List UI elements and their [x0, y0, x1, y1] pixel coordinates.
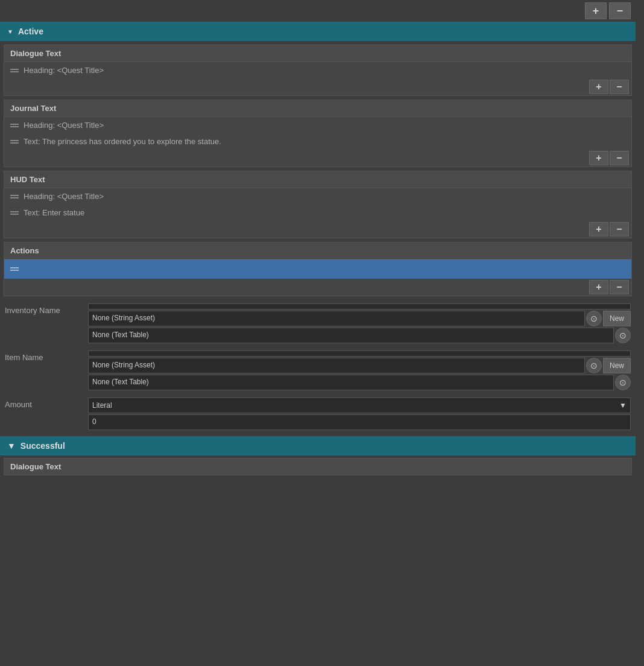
journal-remove-button[interactable]: − [610, 151, 629, 165]
drag-handle-icon [10, 267, 19, 271]
inventory-name-circle-btn[interactable]: ⊙ [586, 311, 602, 326]
inventory-name-text-table-row: None (Text Table) ⊙ [88, 328, 631, 343]
item-name-top-input [88, 350, 631, 357]
inventory-name-new-btn[interactable]: New [603, 311, 631, 326]
hud-text-header: HUD Text [4, 171, 631, 188]
inventory-name-label: Inventory Name [5, 303, 83, 315]
inventory-name-text-table-input[interactable]: None (Text Table) [88, 328, 614, 343]
item-name-label: Item Name [5, 350, 83, 362]
item-name-new-btn[interactable]: New [603, 358, 631, 373]
drag-handle-icon [10, 195, 19, 198]
actions-add-button[interactable]: + [589, 280, 608, 294]
item-name-text-table-input[interactable]: None (Text Table) [88, 375, 614, 390]
dialogue-text-item-1[interactable]: Heading: <Quest Title> [4, 62, 631, 78]
inventory-name-top-input [88, 303, 631, 309]
active-section-header[interactable]: ▼ Active [0, 22, 636, 41]
item-name-inputs: None (String Asset) ⊙ New None (Text Tab… [88, 350, 631, 390]
top-controls-bar: + − [0, 0, 636, 22]
item-name-circle-btn[interactable]: ⊙ [586, 358, 602, 373]
amount-inputs: Literal ▼ 0 [88, 398, 631, 430]
hud-text-item-1[interactable]: Heading: <Quest Title> [4, 188, 631, 205]
action-selected-row[interactable] [4, 259, 631, 279]
amount-dropdown-row: Literal ▼ [88, 398, 631, 413]
inventory-name-field-group: Inventory Name None (String Asset) ⊙ New… [0, 300, 636, 347]
dialogue-text-item-1-label: Heading: <Quest Title> [24, 66, 104, 75]
inventory-name-string-row: None (String Asset) ⊙ New [88, 311, 631, 326]
drag-handle-icon [10, 69, 19, 72]
hud-text-controls: + − [4, 221, 631, 238]
dialogue-text-controls: + − [4, 78, 631, 95]
successful-dialogue-header: Dialogue Text [4, 458, 632, 475]
amount-label: Amount [5, 398, 83, 409]
inventory-name-text-table-circle-btn[interactable]: ⊙ [615, 328, 631, 343]
inventory-name-inputs: None (String Asset) ⊙ New None (Text Tab… [88, 303, 631, 343]
item-name-text-table-row: None (Text Table) ⊙ [88, 375, 631, 390]
journal-text-item-1[interactable]: Heading: <Quest Title> [4, 117, 631, 133]
item-name-field-group: Item Name None (String Asset) ⊙ New None… [0, 347, 636, 394]
amount-dropdown-value: Literal [92, 401, 112, 410]
successful-dialogue-section: Dialogue Text [4, 458, 632, 475]
dialogue-remove-button[interactable]: − [610, 80, 629, 94]
journal-text-controls: + − [4, 150, 631, 166]
drag-handle-icon [10, 211, 19, 215]
active-section-label: Active [18, 27, 43, 36]
dialogue-text-header: Dialogue Text [4, 45, 631, 62]
actions-header: Actions [4, 243, 631, 259]
amount-dropdown[interactable]: Literal ▼ [88, 398, 631, 413]
hud-text-item-1-label: Heading: <Quest Title> [24, 192, 104, 201]
dialogue-text-section: Dialogue Text Heading: <Quest Title> + − [4, 45, 632, 96]
hud-text-item-2-label: Text: Enter statue [24, 208, 84, 217]
item-name-text-table-circle-btn[interactable]: ⊙ [615, 375, 631, 390]
drag-handle-icon [10, 140, 19, 144]
actions-controls: + − [4, 279, 631, 296]
dialogue-add-button[interactable]: + [589, 80, 608, 94]
journal-text-item-1-label: Heading: <Quest Title> [24, 121, 104, 130]
journal-add-button[interactable]: + [589, 151, 608, 165]
journal-text-header: Journal Text [4, 100, 631, 117]
item-name-string-row: None (String Asset) ⊙ New [88, 358, 631, 373]
journal-text-item-2[interactable]: Text: The princess has ordered you to ex… [4, 133, 631, 150]
item-name-string-input[interactable]: None (String Asset) [88, 358, 585, 373]
drag-handle-icon [10, 124, 19, 127]
inventory-name-string-input[interactable]: None (String Asset) [88, 311, 585, 326]
chevron-down-icon: ▼ [619, 401, 627, 410]
actions-section: Actions + − [4, 242, 632, 296]
journal-text-section: Journal Text Heading: <Quest Title> Text… [4, 100, 632, 167]
active-arrow-icon: ▼ [7, 28, 13, 35]
amount-number-input[interactable]: 0 [88, 414, 631, 430]
hud-add-button[interactable]: + [589, 222, 608, 236]
amount-number-row: 0 [88, 414, 631, 430]
successful-section-header[interactable]: ▼ Successful [0, 436, 636, 455]
journal-text-item-2-label: Text: The princess has ordered you to ex… [24, 137, 221, 146]
main-panel: + − ▼ Active Dialogue Text Heading: <Que… [0, 0, 636, 478]
actions-remove-button[interactable]: − [610, 280, 629, 294]
hud-text-item-2[interactable]: Text: Enter statue [4, 205, 631, 221]
hud-remove-button[interactable]: − [610, 222, 629, 236]
top-remove-button[interactable]: − [609, 2, 631, 19]
top-add-button[interactable]: + [585, 2, 607, 19]
amount-field-group: Amount Literal ▼ 0 [0, 394, 636, 434]
successful-arrow-icon: ▼ [7, 441, 16, 451]
hud-text-section: HUD Text Heading: <Quest Title> Text: En… [4, 171, 632, 238]
successful-section-label: Successful [21, 441, 65, 451]
